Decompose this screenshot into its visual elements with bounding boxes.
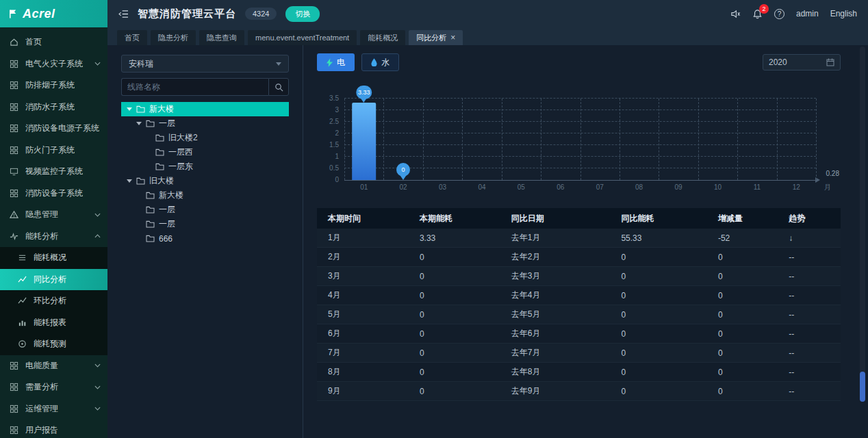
line-search-input[interactable] bbox=[121, 78, 268, 96]
tab-3[interactable]: 隐患查询 bbox=[199, 30, 244, 45]
tab-5[interactable]: 能耗概况 bbox=[360, 30, 405, 45]
x-tick-label: 11 bbox=[754, 184, 761, 191]
sidebar-item-power-supply[interactable]: 消防设备电源子系统 bbox=[0, 118, 107, 140]
table-row: 5月0去年5月00-- bbox=[317, 305, 841, 324]
y-tick-label: 1.5 bbox=[329, 142, 339, 149]
year-value: 2020 bbox=[769, 57, 787, 67]
table-cell: 0 bbox=[707, 329, 778, 339]
main-area: 智慧消防管理云平台 4324 切换 2 ? admin English 首页隐患… bbox=[107, 0, 868, 438]
sidebar-item-energy-analysis[interactable]: 能耗分析 bbox=[0, 226, 107, 248]
language-switch[interactable]: English bbox=[830, 9, 857, 18]
table-cell: 0 bbox=[707, 348, 778, 358]
sidebar-item-fire-door[interactable]: 防火门子系统 bbox=[0, 140, 107, 162]
content: 安科瑞 新大楼一层旧大楼2一层西一层东旧大楼新大楼一层一层666 bbox=[107, 45, 868, 438]
electric-type-button[interactable]: 电 bbox=[317, 53, 355, 71]
sidebar-item-energy-overview[interactable]: 能耗概况 bbox=[0, 247, 107, 269]
username[interactable]: admin bbox=[796, 9, 819, 18]
project-select[interactable]: 安科瑞 bbox=[121, 55, 289, 73]
menu-fold-icon[interactable] bbox=[118, 10, 129, 18]
topbar-right: 2 ? admin English bbox=[730, 9, 857, 19]
table-cell: 0 bbox=[707, 253, 778, 262]
marker-bubble: 0 bbox=[396, 163, 410, 177]
x-tick-label: 06 bbox=[557, 184, 564, 191]
report-icon bbox=[18, 318, 28, 327]
tree-node[interactable]: 新大楼 bbox=[121, 188, 289, 203]
expander-icon[interactable] bbox=[127, 107, 132, 111]
table-cell: 0 bbox=[707, 291, 778, 300]
water-type-button[interactable]: 水 bbox=[361, 53, 399, 71]
chart-marker: 0 bbox=[396, 163, 410, 180]
tree-node[interactable]: 一层东 bbox=[121, 159, 289, 174]
sidebar-item-video-monitor[interactable]: 视频监控子系统 bbox=[0, 161, 107, 183]
table-cell: -- bbox=[778, 348, 841, 358]
tab-1[interactable]: 首页 bbox=[117, 30, 147, 45]
tab-2[interactable]: 隐患分析 bbox=[151, 30, 196, 45]
sidebar-menu: 首页电气火灾子系统防排烟子系统消防水子系统消防设备电源子系统防火门子系统视频监控… bbox=[0, 27, 107, 438]
sidebar-item-smoke-control[interactable]: 防排烟子系统 bbox=[0, 75, 107, 96]
chart-gridline-v bbox=[659, 99, 659, 180]
tab-4[interactable]: menu.event.eventTreatment bbox=[248, 30, 357, 45]
tree-node[interactable]: 一层 bbox=[121, 116, 289, 131]
chart-gridline-v bbox=[502, 99, 502, 180]
sidebar-item-label: 环比分析 bbox=[34, 295, 66, 307]
hazard-icon bbox=[10, 210, 20, 219]
sidebar-item-power-quality[interactable]: 电能质量 bbox=[0, 355, 107, 377]
tree-node-label: 一层 bbox=[159, 218, 175, 230]
table-cell: 3月 bbox=[317, 270, 409, 282]
x-axis-unit: 月 bbox=[824, 183, 831, 192]
sidebar-item-ops-mgmt[interactable]: 运维管理 bbox=[0, 398, 107, 420]
sidebar-item-user-report[interactable]: 用户报告 bbox=[0, 420, 107, 438]
tree-node[interactable]: 一层 bbox=[121, 217, 289, 231]
sidebar-item-electric-fire[interactable]: 电气火灾子系统 bbox=[0, 53, 107, 75]
search-icon[interactable] bbox=[268, 78, 289, 96]
expander-icon[interactable] bbox=[136, 122, 142, 125]
tree-node[interactable]: 一层 bbox=[121, 203, 289, 217]
tree-node[interactable]: 新大楼 bbox=[121, 102, 289, 116]
sidebar-item-energy-report[interactable]: 能耗报表 bbox=[0, 312, 107, 334]
x-tick-label: 01 bbox=[360, 184, 368, 191]
tab-6[interactable]: 同比分析× bbox=[409, 30, 463, 45]
sidebar-item-yoy-analysis[interactable]: 同比分析 bbox=[0, 269, 107, 291]
chart-gridline-v bbox=[698, 99, 699, 180]
help-icon[interactable]: ? bbox=[774, 9, 784, 19]
sidebar-item-hazard-mgmt[interactable]: 隐患管理 bbox=[0, 204, 107, 226]
table-header-cell: 本期时间 bbox=[317, 213, 409, 224]
sidebar-item-fire-equipment[interactable]: 消防设备子系统 bbox=[0, 183, 107, 205]
sidebar-item-mom-analysis[interactable]: 环比分析 bbox=[0, 290, 107, 312]
tree-node[interactable]: 旧大楼 bbox=[121, 174, 289, 188]
count-badge: 4324 bbox=[245, 8, 277, 20]
sidebar-item-label: 首页 bbox=[25, 36, 42, 48]
sidebar-item-label: 消防设备子系统 bbox=[25, 188, 83, 199]
table-cell: 2月 bbox=[317, 251, 409, 263]
sidebar-item-label: 能耗分析 bbox=[25, 231, 58, 242]
tree-node[interactable]: 旧大楼2 bbox=[121, 131, 289, 145]
tree-node[interactable]: 666 bbox=[121, 231, 289, 246]
bell-icon[interactable]: 2 bbox=[752, 9, 763, 19]
tab-close-icon[interactable]: × bbox=[450, 34, 455, 42]
tree-node[interactable]: 一层西 bbox=[121, 145, 289, 159]
sidebar-item-demand-analysis[interactable]: 需量分析 bbox=[0, 376, 107, 398]
chart-marker: 3.33 bbox=[356, 86, 372, 103]
table-cell: 去年7月 bbox=[500, 347, 611, 359]
table-header-cell: 趋势 bbox=[778, 213, 841, 224]
sidebar-item-energy-forecast[interactable]: 能耗预测 bbox=[0, 333, 107, 355]
expander-icon[interactable] bbox=[127, 179, 132, 183]
scrollbar-thumb[interactable] bbox=[860, 372, 865, 402]
table-cell: -- bbox=[778, 291, 841, 300]
electric-type-label: 电 bbox=[337, 57, 345, 68]
sidebar-item-home[interactable]: 首页 bbox=[0, 31, 107, 53]
sidebar-item-label: 电气火灾子系统 bbox=[25, 58, 83, 70]
y-tick-label: 2.5 bbox=[329, 118, 339, 125]
axis-end-value: 0.28 bbox=[826, 170, 839, 177]
year-picker[interactable]: 2020 bbox=[763, 54, 841, 70]
table-cell: 去年4月 bbox=[500, 289, 611, 301]
device-tree: 新大楼一层旧大楼2一层西一层东旧大楼新大楼一层一层666 bbox=[121, 102, 289, 246]
switch-button[interactable]: 切换 bbox=[285, 6, 320, 22]
chart-gridline-v bbox=[383, 99, 384, 180]
table-cell: 7月 bbox=[317, 347, 409, 359]
sound-icon[interactable] bbox=[730, 9, 741, 19]
table-row: 4月0去年4月00-- bbox=[317, 286, 841, 305]
sidebar-item-fire-water[interactable]: 消防水子系统 bbox=[0, 96, 107, 118]
demand-icon bbox=[10, 383, 20, 391]
submenu-energy-analysis: 能耗概况同比分析环比分析能耗报表能耗预测 bbox=[0, 247, 107, 355]
